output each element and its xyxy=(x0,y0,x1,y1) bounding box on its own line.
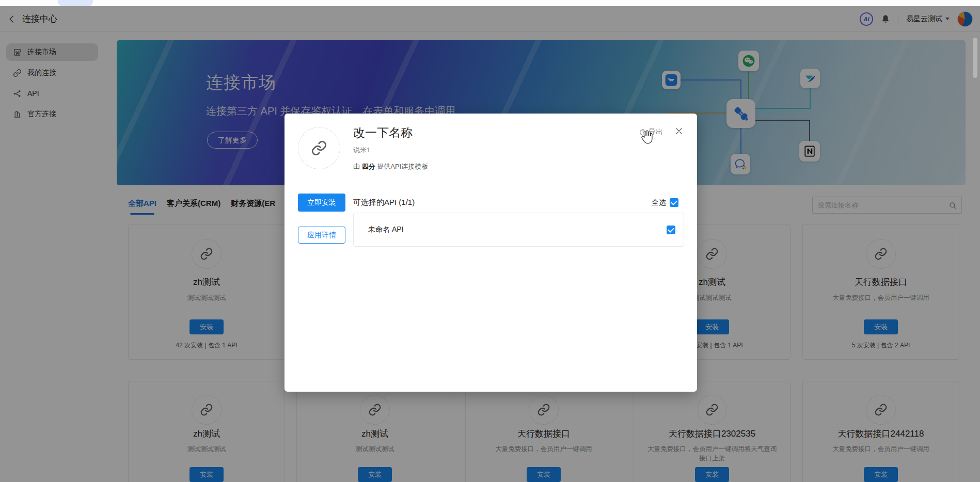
select-all-control: 全选 xyxy=(652,198,678,207)
selectable-api-row: 可选择的API (1/1) 全选 xyxy=(353,198,678,207)
dialog-title: 改一下名称 xyxy=(353,125,413,141)
api-list-item[interactable]: 未命名 API xyxy=(353,213,684,247)
scrollbar-thumb[interactable] xyxy=(973,38,977,78)
export-label: 导出 xyxy=(649,127,663,137)
close-icon xyxy=(674,126,684,136)
app-details-button[interactable]: 应用详情 xyxy=(298,227,345,244)
browser-edge-strip xyxy=(0,0,980,6)
close-button[interactable] xyxy=(674,126,684,136)
browser-edge-element xyxy=(58,0,93,6)
connector-install-dialog: 改一下名称 说米1 由 四分 提供API连接模板 导出 立即安装 应用详情 可选… xyxy=(284,114,697,392)
selectable-api-header: 可选择的API (1/1) xyxy=(353,198,415,207)
install-now-button[interactable]: 立即安装 xyxy=(298,194,345,212)
api-item-label: 未命名 API xyxy=(354,225,403,234)
export-icon xyxy=(639,128,647,136)
export-button[interactable]: 导出 xyxy=(639,127,663,137)
select-all-checkbox[interactable] xyxy=(670,198,678,207)
api-item-checkbox[interactable] xyxy=(667,226,675,234)
provider-name: 四分 xyxy=(362,163,375,170)
dialog-connector-avatar xyxy=(298,127,340,169)
dialog-subtitle: 说米1 xyxy=(353,146,370,155)
dialog-provider: 由 四分 提供API连接模板 xyxy=(353,162,428,171)
provider-prefix: 由 xyxy=(353,163,362,170)
select-all-label: 全选 xyxy=(652,198,666,207)
dialog-divider xyxy=(353,183,684,183)
provider-suffix: 提供API连接模板 xyxy=(375,163,429,170)
link-icon xyxy=(311,140,327,156)
